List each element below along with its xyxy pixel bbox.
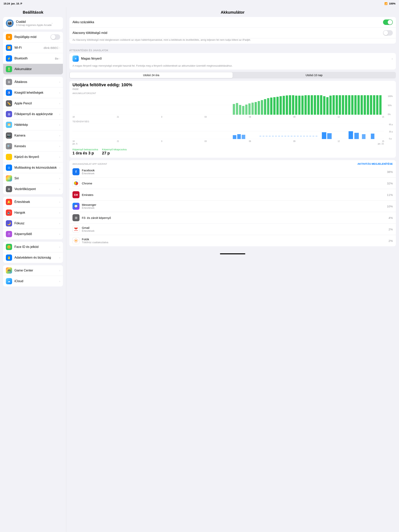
app-item-chrome[interactable]: Chrome 32% [69, 177, 396, 189]
svg-rect-13 [264, 99, 266, 115]
svg-rect-55 [233, 135, 236, 139]
app-item-emirates[interactable]: EM Emirates 11% [69, 189, 396, 201]
app-item-homescreen[interactable]: ⊞ Fő- és zárolt képernyő 4% [69, 212, 396, 223]
sidebar-item-family[interactable]: 👨‍👩‍👧 Család 3 hónap ingyenes Apple Arca… [3, 17, 63, 29]
charge-time: most [72, 88, 393, 90]
charge-status: Utoljára feltöltve eddig: 100% [72, 82, 393, 88]
app-item-messenger[interactable]: 💬 Messenger Értesítések 10% [69, 201, 396, 212]
wallpaper-icon: 🌅 [6, 122, 12, 128]
bluetooth-label: Bluetooth [14, 57, 55, 60]
app-item-photos[interactable]: Fotók Töltőhöz csatlakoztatva 2% [69, 235, 396, 246]
gamecenter-label: Game Center [14, 269, 59, 272]
homescreen-chevron: › [59, 113, 60, 116]
svg-rect-34 [329, 96, 332, 115]
facebook-sub: Értesítések [82, 172, 387, 175]
sidebar-item-general[interactable]: ⚙ Általános › [3, 77, 63, 88]
general-icon: ⚙ [6, 79, 12, 85]
svg-rect-63 [362, 134, 366, 139]
tab-last10[interactable]: Utolsó 10 nap [233, 72, 395, 78]
brightness-row[interactable]: ☀ Magas fényerő › [69, 53, 396, 64]
sidebar-item-wallpaper[interactable]: 🌅 Háttérkép › [3, 120, 63, 130]
svg-rect-26 [304, 95, 307, 115]
sidebar-group-3: 🔔 Értesítések › 🔊 Hangok › 🌙 Fókusz › [3, 197, 63, 239]
tab-last24[interactable]: Utolsó 24 óra [70, 72, 233, 78]
screen-off-value: 27 p [102, 151, 127, 155]
homescreen-app-pct: 4% [388, 216, 393, 219]
sidebar-item-screentime[interactable]: ⏱ Képernyőidő › [3, 229, 63, 239]
battery-pct-toggle[interactable] [383, 19, 393, 25]
airplane-toggle[interactable] [51, 34, 60, 40]
wifi-value: dlink-BBEC [44, 46, 59, 50]
app-item-gmail[interactable]: Gmail Értesítések 2% [69, 223, 396, 235]
sidebar-item-gamecenter[interactable]: 🎮 Game Center › [3, 265, 63, 276]
sidebar-group-4: 😊 Face ID és jelkód › 🤚 Adatvédelem és b… [3, 242, 63, 263]
sidebar-item-battery[interactable]: 🔋 Akkumulátor › [3, 64, 63, 74]
wifi-chevron: › [59, 46, 60, 49]
siri-chevron: › [59, 177, 60, 180]
sidebar-item-airplane[interactable]: ✈ Repülőgép mód [3, 32, 63, 43]
screen-on-value: 1 óra és 3 p [72, 151, 98, 155]
icloud-icon: ☁ [6, 278, 12, 284]
date-jan10: jan. 10. [378, 143, 384, 145]
family-subtitle: 3 hónap ingyenes Apple Arcade [16, 24, 52, 26]
svg-point-68 [75, 240, 77, 241]
screen-on-item: Képernyő bekapcsolva 1 óra és 3 p [72, 148, 98, 155]
sidebar-item-faceid[interactable]: 😊 Face ID és jelkód › [3, 242, 63, 252]
privacy-icon: 🤚 [6, 254, 12, 261]
app-item-facebook[interactable]: f Facebook Értesítések 38% [69, 166, 396, 177]
low-power-toggle[interactable] [383, 30, 393, 36]
sidebar-item-camera[interactable]: 📷 Kamera › [3, 130, 63, 141]
wallpaper-chevron: › [59, 123, 60, 126]
general-label: Általános [14, 80, 59, 84]
svg-rect-24 [298, 96, 300, 115]
svg-rect-23 [295, 96, 297, 115]
app-usage-action[interactable]: AKTIVITÁS MEGJELENÍTÉSE [358, 162, 393, 165]
sidebar-item-search[interactable]: 🔍 Keresés › [3, 141, 63, 152]
sidebar-group-family: 👨‍👩‍👧 Család 3 hónap ingyenes Apple Arca… [3, 17, 63, 29]
sidebar-item-focus[interactable]: 🌙 Fókusz › [3, 218, 63, 229]
display-icon: ☀️ [6, 154, 12, 160]
airplane-icon: ✈ [6, 34, 12, 40]
brightness-label: Magas fényerő [81, 57, 392, 60]
sidebar-group-5: 🎮 Game Center › ☁ iCloud › [3, 265, 63, 286]
gmail-icon [72, 226, 79, 233]
icloud-label: iCloud [14, 279, 59, 283]
x-label-15: 15 [382, 116, 384, 118]
family-chevron: › [52, 22, 53, 25]
svg-rect-14 [267, 98, 269, 115]
sidebar-item-wifi[interactable]: 📶 Wi-Fi dlink-BBEC › [3, 43, 63, 53]
sidebar-item-notifications[interactable]: 🔔 Értesítések › [3, 197, 63, 207]
sidebar-item-controlcenter[interactable]: ⊞ Vezérlőközpont › [3, 184, 63, 194]
svg-rect-16 [273, 97, 276, 115]
battery-chevron: › [59, 68, 60, 71]
x-label-18: 18 [72, 116, 75, 118]
app-usage-header: AKKUHASZNÁLAT APP SZERINT AKTIVITÁS MEGJ… [69, 160, 396, 166]
svg-rect-18 [280, 96, 282, 115]
camera-chevron: › [59, 134, 60, 137]
wifi-icon-sidebar: 📶 [6, 44, 12, 51]
svg-rect-27 [308, 95, 310, 115]
gmail-sub: Értesítések [82, 229, 388, 232]
sidebar-item-privacy[interactable]: 🤚 Adatvédelem és biztonság › [3, 252, 63, 263]
sidebar-item-homescreen[interactable]: ⊞ Főképernyő és appkönyvtár › [3, 109, 63, 120]
sidebar-item-bluetooth[interactable]: ⚡ Bluetooth Be › [3, 53, 63, 64]
chrome-icon [72, 180, 79, 187]
sidebar-item-sounds[interactable]: 🔊 Hangok › [3, 207, 63, 218]
applepencil-icon: ✏️ [6, 100, 12, 107]
sidebar-item-applepencil[interactable]: ✏️ Apple Pencil › [3, 98, 63, 109]
sidebar-item-multitask[interactable]: ⊡ Multitasking és kézmozdulatok › [3, 162, 63, 173]
sidebar-item-accessibility[interactable]: ♿ Kisegítő lehetőségek › [3, 88, 63, 98]
sidebar-item-siri[interactable]: ◎ Siri › [3, 173, 63, 184]
camera-label: Kamera [14, 134, 59, 137]
y-label-50: 50% [388, 104, 393, 107]
main-content: Akkumulátor Akku százaléka Alacsony tölt… [66, 7, 399, 532]
sidebar-item-display[interactable]: ☀️ Kijelző és fényerő › [3, 152, 63, 162]
battery-pct-label: Akku százaléka [72, 20, 383, 24]
svg-rect-6 [242, 106, 244, 115]
messenger-info: Messenger Értesítések [82, 203, 387, 209]
gamecenter-icon: 🎮 [6, 267, 12, 274]
controlcenter-chevron: › [59, 188, 60, 191]
sidebar-item-icloud[interactable]: ☁ iCloud › [3, 276, 63, 286]
privacy-label: Adatvédelem és biztonság [14, 256, 59, 259]
home-indicator [220, 253, 245, 254]
